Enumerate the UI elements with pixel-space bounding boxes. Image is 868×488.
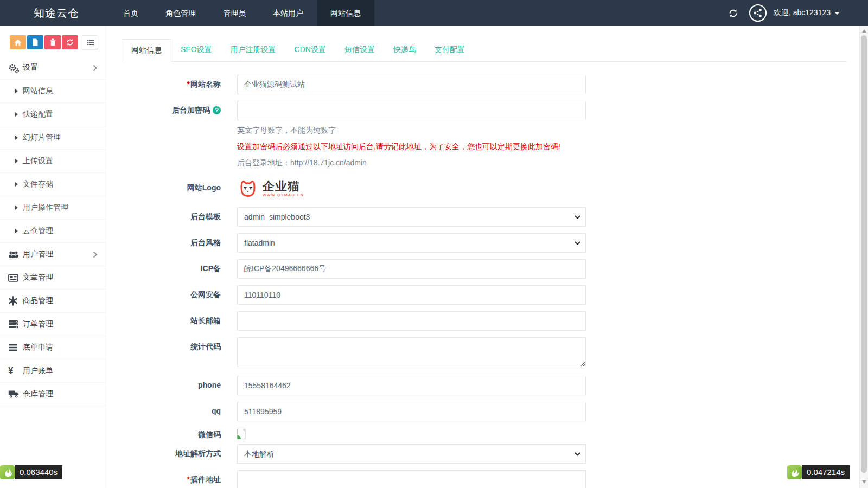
sidebar-item-label: 文章管理	[23, 273, 53, 282]
logo-brand-subtext: WWW.QYMAO.CN	[263, 193, 304, 197]
triangle-icon	[15, 229, 18, 233]
sidebar-item-settings[interactable]: 设置	[0, 56, 106, 80]
icp-input[interactable]	[237, 259, 586, 279]
sidebar-item-product-management[interactable]: 商品管理	[0, 290, 106, 313]
sidebar-toolbar	[0, 26, 106, 56]
sidebar-item-cloud-warehouse[interactable]: 云仓管理	[0, 220, 106, 243]
home-button[interactable]	[10, 35, 26, 49]
site-name-input[interactable]	[237, 75, 586, 94]
admin-code-warning: 设置加密码后必须通过以下地址访问后台,请劳记此地址，为了安全，您也可以定期更换此…	[237, 142, 586, 152]
plugin-addr-input[interactable]	[237, 470, 586, 488]
nav-item-admins[interactable]: 管理员	[209, 0, 259, 26]
sidebar-item-article-management[interactable]: 文章管理	[0, 266, 106, 290]
nav-item-site-users[interactable]: 本站用户	[259, 0, 317, 26]
qq-input[interactable]	[237, 402, 586, 421]
sidebar-item-user-bills[interactable]: ¥ 用户账单	[0, 359, 106, 383]
file-button[interactable]	[27, 35, 43, 49]
sidebar-item-warehouse-management[interactable]: 仓库管理	[0, 383, 106, 406]
brand-logo[interactable]: 知途云仓	[34, 6, 79, 21]
bars-icon	[8, 344, 23, 351]
scrollbar-thumb[interactable]	[861, 35, 867, 473]
required-mark: *	[187, 475, 190, 484]
yen-icon: ¥	[8, 365, 23, 376]
sidebar-item-label: 文件存储	[23, 179, 53, 189]
sidebar-item-label: 上传设置	[23, 156, 53, 166]
phone-input[interactable]	[237, 376, 586, 395]
recycle-button[interactable]	[62, 35, 78, 49]
perf-badge-left: 0.063440s	[0, 465, 62, 479]
triangle-icon	[15, 206, 18, 210]
thinkphp-icon	[0, 465, 15, 479]
vertical-scrollbar[interactable]	[859, 26, 868, 488]
sidebar-item-express-config[interactable]: 快递配置	[0, 103, 106, 126]
sidebar-item-user-ops[interactable]: 用户操作管理	[0, 196, 106, 220]
scroll-up-arrow[interactable]	[862, 29, 866, 33]
tab-payment[interactable]: 支付配置	[425, 39, 474, 61]
sidebar-item-upload[interactable]: 上传设置	[0, 150, 106, 173]
chevron-right-icon	[93, 251, 98, 258]
welcome-dropdown[interactable]: 欢迎, abc123123	[774, 8, 831, 18]
wechat-code-label: 微信码	[122, 428, 221, 440]
chevron-down-icon	[575, 241, 580, 245]
load-time-left: 0.063440s	[15, 465, 62, 479]
sidebar-item-file-storage[interactable]: 文件存储	[0, 173, 106, 196]
tab-seo[interactable]: SEO设置	[171, 39, 221, 61]
tab-sms[interactable]: 短信设置	[335, 39, 384, 61]
police-input[interactable]	[237, 285, 586, 305]
question-circle-icon[interactable]: ?	[213, 106, 221, 114]
tab-site-info[interactable]: 网站信息	[122, 39, 171, 62]
email-label: 站长邮箱	[122, 311, 221, 331]
site-logo-image[interactable]: 企业猫 WWW.QYMAO.CN	[237, 177, 586, 201]
triangle-icon	[15, 89, 18, 93]
main-content: 网站信息 SEO设置 用户注册设置 CDN设置 短信设置 快递鸟 支付配置 *网…	[107, 26, 859, 488]
thinkphp-icon	[787, 465, 802, 479]
template-select[interactable]: admin_simpleboot3	[237, 207, 586, 227]
triangle-icon	[15, 112, 18, 117]
admin-login-address: 后台登录地址：http://18.71jc.cn/admin	[237, 158, 586, 168]
nav-item-roles[interactable]: 角色管理	[152, 0, 209, 26]
logo-brand-text: 企业猫	[263, 181, 304, 192]
site-name-label: *网站名称	[122, 75, 221, 94]
admin-code-input[interactable]	[237, 101, 586, 120]
truck-icon	[8, 390, 23, 399]
trash-button[interactable]	[44, 35, 61, 49]
broken-image-icon[interactable]	[237, 428, 586, 439]
scroll-down-arrow[interactable]	[862, 480, 866, 484]
sidebar-item-site-info[interactable]: 网站信息	[0, 80, 106, 103]
load-time-right: 0.047214s	[802, 465, 850, 479]
chevron-down-icon	[575, 452, 580, 456]
tab-cdn[interactable]: CDN设置	[285, 39, 335, 61]
sidebar-item-label: 用户账单	[23, 366, 53, 376]
tab-kdniao[interactable]: 快递鸟	[384, 39, 425, 61]
police-label: 公网安备	[122, 285, 221, 305]
triangle-icon	[15, 136, 18, 140]
stats-code-label: 统计代码	[122, 337, 221, 369]
required-mark: *	[187, 80, 190, 88]
addr-mode-select[interactable]: 本地解析	[237, 444, 586, 464]
sidebar-item-receipt-request[interactable]: 底单申请	[0, 336, 106, 359]
sidebar-item-label: 用户操作管理	[23, 203, 68, 213]
style-select[interactable]: flatadmin	[237, 233, 586, 253]
settings-tabbar: 网站信息 SEO设置 用户注册设置 CDN设置 短信设置 快递鸟 支付配置	[122, 39, 847, 62]
style-label: 后台风格	[122, 233, 221, 253]
email-input[interactable]	[237, 311, 586, 331]
sidebar-item-order-management[interactable]: 订单管理	[0, 313, 106, 336]
nav-item-site-info[interactable]: 网站信息	[317, 0, 374, 26]
sidebar-item-label: 底单申请	[23, 343, 53, 352]
sidebar-item-user-management[interactable]: 用户管理	[0, 243, 106, 266]
nav-item-home[interactable]: 首页	[110, 0, 152, 26]
caret-down-icon[interactable]	[834, 12, 840, 15]
sidebar-item-slides[interactable]: 幻灯片管理	[0, 126, 106, 150]
stats-code-textarea[interactable]	[237, 337, 586, 367]
tab-user-register[interactable]: 用户注册设置	[221, 39, 285, 61]
plugin-addr-label: *插件地址	[122, 470, 221, 488]
sidebar-item-label: 订单管理	[23, 319, 53, 329]
sidebar-item-label: 仓库管理	[23, 389, 53, 399]
avatar-icon[interactable]	[749, 4, 767, 22]
top-navbar: 知途云仓 首页 角色管理 管理员 本站用户 网站信息 欢迎	[0, 0, 868, 26]
navbar-right: 欢迎, abc123123	[729, 4, 840, 22]
list-button[interactable]	[82, 35, 98, 49]
refresh-icon[interactable]	[729, 9, 738, 18]
sidebar: 设置 网站信息 快递配置 幻灯片管理 上传设置 文件存储 用户操作管理 云仓管理	[0, 26, 106, 488]
template-label: 后台模板	[122, 207, 221, 227]
